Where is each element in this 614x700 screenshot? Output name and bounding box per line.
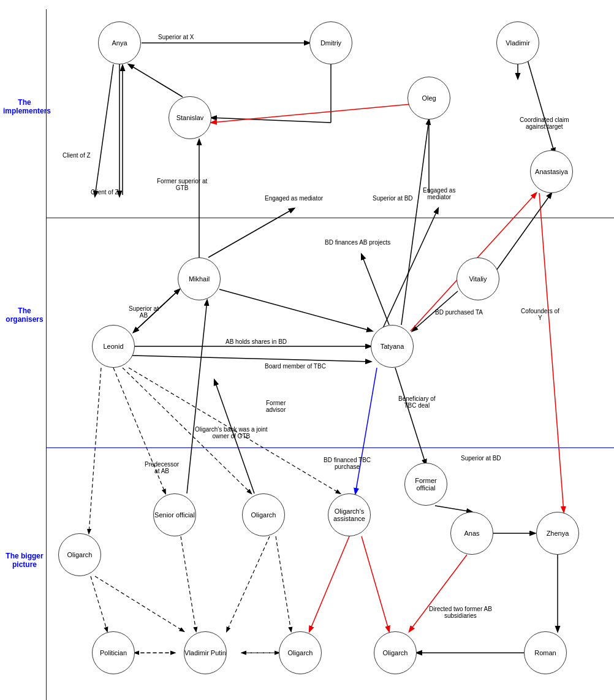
svg-line-7 bbox=[129, 64, 183, 97]
svg-line-20 bbox=[383, 208, 438, 328]
label-ab-holds-shares: AB holds shares in BD bbox=[226, 338, 287, 345]
svg-line-32 bbox=[187, 300, 207, 493]
node-vitaliy: Vitaliy bbox=[457, 257, 499, 300]
svg-line-25 bbox=[89, 368, 101, 533]
svg-line-37 bbox=[181, 536, 196, 631]
node-anya: Anya bbox=[98, 21, 141, 64]
label-organisers: Theorganisers bbox=[3, 306, 46, 324]
node-anas: Anas bbox=[450, 512, 493, 555]
node-zhenya: Zhenya bbox=[536, 512, 579, 555]
svg-line-38 bbox=[227, 536, 270, 631]
h-line-2 bbox=[46, 447, 614, 448]
label-predecessor-ab: Predecessorat AB bbox=[145, 461, 179, 474]
svg-line-26 bbox=[395, 368, 426, 465]
label-engaged-mediator-2: Engaged asmediator bbox=[423, 187, 455, 200]
node-oligarch-bottom: Oligarch bbox=[279, 631, 322, 674]
node-vladimir-top: Vladimir bbox=[496, 21, 539, 64]
label-former-superior-gtb: Former superior atGTB bbox=[157, 178, 207, 191]
label-bigger-picture: The biggerpicture bbox=[3, 552, 46, 569]
label-former-advisor: Formeradvisor bbox=[266, 400, 286, 413]
svg-line-5 bbox=[211, 104, 411, 123]
svg-line-6 bbox=[527, 58, 555, 153]
node-oligarch-mid: Oligarch bbox=[242, 493, 285, 536]
node-former-official: Former official bbox=[404, 463, 447, 506]
node-leonid: Leonid bbox=[92, 325, 135, 368]
node-oligarch-left: Oligarch bbox=[58, 533, 101, 576]
label-implementers: Theimplementers bbox=[3, 98, 46, 115]
label-oligarch-bank: Oligarch's bank was a jointowner of GTB bbox=[195, 426, 268, 439]
node-senior-official: Senior official bbox=[153, 493, 196, 536]
svg-line-46 bbox=[539, 193, 564, 512]
node-oleg: Oleg bbox=[407, 77, 450, 120]
svg-line-39 bbox=[276, 536, 291, 631]
label-client-z-2: Client of Z bbox=[91, 189, 119, 196]
svg-line-18 bbox=[132, 356, 371, 362]
node-stanislav: Stanislav bbox=[169, 96, 211, 139]
node-politician: Politician bbox=[92, 631, 135, 674]
svg-line-44 bbox=[91, 576, 107, 631]
label-superior-ab: Superior atAB bbox=[129, 305, 159, 319]
svg-line-43 bbox=[95, 576, 184, 631]
svg-line-22 bbox=[113, 368, 165, 493]
label-bd-financed-tbc: BD financed TBCpurchase bbox=[324, 457, 371, 470]
label-superior-bd-2: Superior at BD bbox=[461, 455, 501, 462]
svg-line-13 bbox=[362, 254, 389, 325]
svg-line-41 bbox=[362, 536, 389, 631]
svg-line-48 bbox=[219, 289, 372, 331]
node-oligarch-right: Oligarch bbox=[374, 631, 417, 674]
label-bd-purchased-ta: BD purchased TA bbox=[435, 309, 483, 316]
label-superior-bd-1: Superior at BD bbox=[373, 195, 413, 202]
label-directed-two: Directed two former ABsubsidiaries bbox=[429, 606, 492, 619]
svg-line-28 bbox=[435, 506, 472, 512]
node-roman: Roman bbox=[524, 631, 567, 674]
label-cofounders: Cofounders ofY bbox=[521, 308, 559, 321]
label-bd-finances: BD finances AB projects bbox=[325, 239, 390, 246]
label-beneficiary-tbc: Beneficiary ofTBC deal bbox=[398, 395, 436, 409]
node-anastasiya: Anastasiya bbox=[530, 150, 573, 193]
h-line-1 bbox=[46, 218, 614, 218]
svg-line-9 bbox=[95, 64, 113, 196]
label-board-member-tbc: Board member of TBC bbox=[265, 363, 326, 370]
svg-line-27 bbox=[355, 368, 377, 493]
node-oligarchs-assistance: Oligarch's assistance bbox=[328, 493, 371, 536]
label-coordinated-claim: Coordinated claimagainst target bbox=[520, 116, 569, 130]
svg-line-15 bbox=[490, 193, 551, 279]
svg-line-19 bbox=[208, 208, 294, 257]
diagram-container: Theimplementers Theorganisers The bigger… bbox=[0, 0, 614, 700]
node-vladimir-putin: Vladimir Putin bbox=[184, 631, 227, 674]
svg-line-42 bbox=[409, 555, 467, 631]
node-mikhail: Mikhail bbox=[178, 257, 221, 300]
label-engaged-mediator-1: Engaged as mediator bbox=[265, 195, 323, 202]
node-tatyana: Tatyana bbox=[371, 325, 414, 368]
node-dmitriy: Dmitriy bbox=[309, 21, 352, 64]
svg-line-40 bbox=[309, 536, 349, 631]
svg-line-12 bbox=[401, 120, 429, 325]
label-client-z-1: Client of Z bbox=[63, 152, 91, 159]
label-superior-x: Superior at X bbox=[158, 34, 194, 40]
svg-line-3 bbox=[211, 118, 331, 123]
